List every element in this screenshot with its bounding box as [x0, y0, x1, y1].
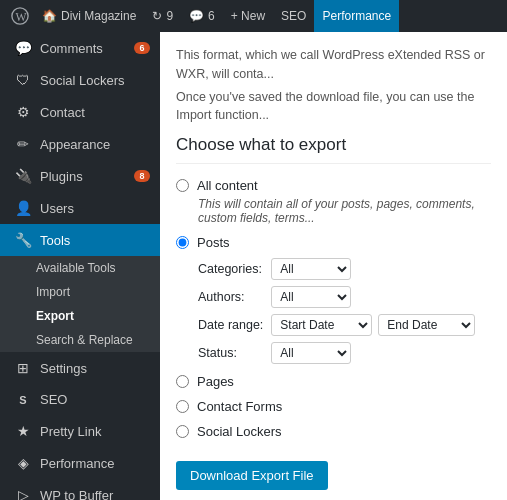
- pages-text: Pages: [197, 374, 234, 389]
- performance-button[interactable]: Performance: [314, 0, 399, 32]
- search-replace-label: Search & Replace: [36, 333, 133, 347]
- site-home[interactable]: 🏠 Divi Magazine: [34, 0, 144, 32]
- download-export-button[interactable]: Download Export File: [176, 461, 328, 490]
- comments-badge: 6: [134, 42, 150, 54]
- sidebar-sub-export[interactable]: Export: [0, 304, 160, 328]
- date-range-label: Date range:: [198, 318, 263, 332]
- sidebar-item-tools[interactable]: 🔧 Tools: [0, 224, 160, 256]
- categories-select[interactable]: All: [271, 258, 351, 280]
- sidebar: 💬 Comments 6 🛡 Social Lockers ⚙ Contact …: [0, 32, 160, 500]
- posts-text: Posts: [197, 235, 230, 250]
- sidebar-item-label: Tools: [40, 233, 70, 248]
- date-range-row: Start Date End Date: [271, 314, 491, 336]
- authors-select-wrapper: All: [271, 286, 491, 308]
- sidebar-item-comments[interactable]: 💬 Comments 6: [0, 32, 160, 64]
- description-line2: Once you've saved the download file, you…: [176, 88, 491, 126]
- sidebar-item-label: Settings: [40, 361, 87, 376]
- sidebar-sub-available-tools[interactable]: Available Tools: [0, 256, 160, 280]
- comments-button[interactable]: 💬 6: [181, 0, 223, 32]
- sidebar-item-label: Comments: [40, 41, 103, 56]
- new-button[interactable]: + New: [223, 0, 273, 32]
- contact-forms-text: Contact Forms: [197, 399, 282, 414]
- status-select-wrapper: All: [271, 342, 491, 364]
- posts-radio[interactable]: [176, 236, 189, 249]
- sidebar-item-pretty-link[interactable]: ★ Pretty Link: [0, 415, 160, 447]
- plugins-badge: 8: [134, 170, 150, 182]
- sidebar-sub-import[interactable]: Import: [0, 280, 160, 304]
- tools-icon: 🔧: [14, 232, 32, 248]
- social-lockers-radio[interactable]: [176, 425, 189, 438]
- pages-radio[interactable]: [176, 375, 189, 388]
- settings-icon: ⊞: [14, 360, 32, 376]
- new-label: + New: [231, 9, 265, 23]
- plugin-icon: 🔌: [14, 168, 32, 184]
- sidebar-item-settings[interactable]: ⊞ Settings: [0, 352, 160, 384]
- all-content-text: All content: [197, 178, 258, 193]
- top-bar: W 🏠 Divi Magazine ↻ 9 💬 6 + New SEO Perf…: [0, 0, 507, 32]
- sidebar-item-performance[interactable]: ◈ Performance: [0, 447, 160, 479]
- sidebar-item-label: Pretty Link: [40, 424, 101, 439]
- buffer-icon: ▷: [14, 487, 32, 500]
- tools-submenu: Available Tools Import Export Search & R…: [0, 256, 160, 352]
- all-content-radio[interactable]: [176, 179, 189, 192]
- refresh-icon: ↻: [152, 9, 162, 23]
- shield-icon: 🛡: [14, 72, 32, 88]
- status-select[interactable]: All: [271, 342, 351, 364]
- all-content-description: This will contain all of your posts, pag…: [198, 197, 491, 225]
- svg-text:W: W: [16, 11, 28, 24]
- download-button-label: Download Export File: [190, 468, 314, 483]
- export-option-posts: Posts Categories: All Authors: All Date …: [176, 235, 491, 364]
- description-block: This format, which we call WordPress eXt…: [176, 46, 491, 125]
- sidebar-item-users[interactable]: 👤 Users: [0, 192, 160, 224]
- sidebar-item-label: SEO: [40, 392, 67, 407]
- comment-icon: 💬: [189, 9, 204, 23]
- sidebar-item-label: Users: [40, 201, 74, 216]
- speech-bubble-icon: 💬: [14, 40, 32, 56]
- sidebar-item-label: WP to Buffer: [40, 488, 113, 501]
- home-icon: 🏠: [42, 9, 57, 23]
- updates-button[interactable]: ↻ 9: [144, 0, 181, 32]
- sidebar-item-label: Appearance: [40, 137, 110, 152]
- wp-logo[interactable]: W: [6, 0, 34, 32]
- user-icon: 👤: [14, 200, 32, 216]
- site-name: Divi Magazine: [61, 9, 136, 23]
- contact-forms-label[interactable]: Contact Forms: [176, 399, 491, 414]
- sidebar-item-label: Plugins: [40, 169, 83, 184]
- sidebar-item-label: Social Lockers: [40, 73, 125, 88]
- export-option-pages: Pages: [176, 374, 491, 389]
- sidebar-item-label: Contact: [40, 105, 85, 120]
- seo-label: SEO: [281, 9, 306, 23]
- paint-icon: ✏: [14, 136, 32, 152]
- sidebar-item-contact[interactable]: ⚙ Contact: [0, 96, 160, 128]
- authors-label: Authors:: [198, 290, 263, 304]
- main-layout: 💬 Comments 6 🛡 Social Lockers ⚙ Contact …: [0, 32, 507, 500]
- pages-label[interactable]: Pages: [176, 374, 491, 389]
- available-tools-label: Available Tools: [36, 261, 116, 275]
- sidebar-item-plugins[interactable]: 🔌 Plugins 8: [0, 160, 160, 192]
- import-label: Import: [36, 285, 70, 299]
- social-lockers-label[interactable]: Social Lockers: [176, 424, 491, 439]
- export-option-contact-forms: Contact Forms: [176, 399, 491, 414]
- export-label: Export: [36, 309, 74, 323]
- section-title: Choose what to export: [176, 135, 491, 164]
- status-label: Status:: [198, 346, 263, 360]
- contact-forms-radio[interactable]: [176, 400, 189, 413]
- content-area: This format, which we call WordPress eXt…: [160, 32, 507, 500]
- star-icon: ★: [14, 423, 32, 439]
- sidebar-item-social-lockers[interactable]: 🛡 Social Lockers: [0, 64, 160, 96]
- sidebar-item-appearance[interactable]: ✏ Appearance: [0, 128, 160, 160]
- all-content-label[interactable]: All content: [176, 178, 491, 193]
- sidebar-item-wp-to-buffer[interactable]: ▷ WP to Buffer: [0, 479, 160, 500]
- sidebar-item-seo[interactable]: S SEO: [0, 384, 160, 415]
- end-date-select[interactable]: End Date: [378, 314, 475, 336]
- start-date-select[interactable]: Start Date: [271, 314, 372, 336]
- posts-filters: Categories: All Authors: All Date range:…: [198, 258, 491, 364]
- comments-count: 6: [208, 9, 215, 23]
- sidebar-sub-search-replace[interactable]: Search & Replace: [0, 328, 160, 352]
- performance-label: Performance: [322, 9, 391, 23]
- seo-button[interactable]: SEO: [273, 0, 314, 32]
- posts-label[interactable]: Posts: [176, 235, 491, 250]
- updates-count: 9: [166, 9, 173, 23]
- export-option-social-lockers: Social Lockers: [176, 424, 491, 439]
- authors-select[interactable]: All: [271, 286, 351, 308]
